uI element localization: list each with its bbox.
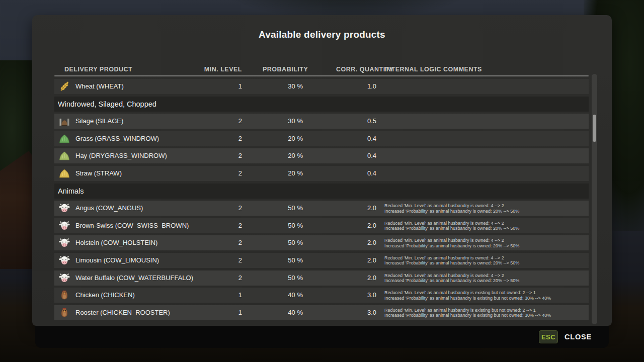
product-name: Rooster (CHICKEN_ROOSTER) xyxy=(75,305,170,320)
straw-icon xyxy=(58,167,70,179)
probability-value: 50 % xyxy=(263,218,303,233)
chicken-icon xyxy=(58,307,70,319)
esc-key-button[interactable]: ESC xyxy=(539,330,558,343)
min-level-value: 2 xyxy=(202,218,242,233)
min-level-value: 2 xyxy=(202,131,242,146)
table-row: Water Buffalo (COW_WATERBUFFALO)250 %2.0… xyxy=(54,270,589,286)
table-row: Straw (STRAW)220 %0.4 xyxy=(54,166,589,181)
column-header-min-level: MIN. LEVEL xyxy=(202,64,242,74)
min-level-value: 2 xyxy=(202,114,242,129)
section-header: Windrowed, Silaged, Chopped xyxy=(54,97,589,112)
min-level-value: 2 xyxy=(202,270,242,286)
cow-icon xyxy=(58,220,70,232)
corr-quantity-value: 2.0 xyxy=(336,235,376,250)
corr-quantity-value: 1.0 xyxy=(336,79,376,94)
table-row: Wheat (WHEAT)130 %1.0 xyxy=(54,79,589,94)
products-table: DELIVERY PRODUCT MIN. LEVEL PROBABILITY … xyxy=(54,64,589,322)
dialog-footer: ESC CLOSE xyxy=(35,326,609,348)
delivery-products-dialog: Available delivery products DELIVERY PRO… xyxy=(32,15,612,348)
table-row: Angus (COW_ANGUS)250 %2.0Reduced 'Min. L… xyxy=(54,201,589,216)
corr-quantity-value: 2.0 xyxy=(336,201,376,216)
corr-quantity-value: 0.5 xyxy=(336,114,376,129)
min-level-value: 2 xyxy=(202,253,242,268)
probability-value: 20 % xyxy=(263,166,303,181)
corr-quantity-value: 3.0 xyxy=(336,305,376,320)
logic-comments: Reduced 'Min. Level' as animal husbandry… xyxy=(384,273,519,283)
product-name: Holstein (COW_HOLSTEIN) xyxy=(75,235,157,250)
table-row: Holstein (COW_HOLSTEIN)250 %2.0Reduced '… xyxy=(54,235,589,250)
logic-comment-line: Reduced 'Min. Level' as animal husbandry… xyxy=(384,203,519,209)
corr-quantity-value: 2.0 xyxy=(336,253,376,268)
hay-icon xyxy=(58,150,70,162)
logic-comment-line: Increased 'Probability' as animal husban… xyxy=(384,260,519,266)
section-label: Windrowed, Silaged, Chopped xyxy=(58,97,156,112)
logic-comments: Reduced 'Min. Level' as animal husbandry… xyxy=(384,255,519,265)
table-row: Silage (SILAGE)230 %0.5 xyxy=(54,114,589,129)
corr-quantity-value: 0.4 xyxy=(336,166,376,181)
grass-icon xyxy=(58,133,70,145)
logic-comment-line: Increased 'Probability' as animal husban… xyxy=(384,243,519,248)
probability-value: 40 % xyxy=(263,288,303,303)
probability-value: 30 % xyxy=(263,114,303,129)
cow-icon xyxy=(58,272,70,284)
logic-comment-line: Reduced 'Min. Level' as animal husbandry… xyxy=(384,255,519,260)
logic-comments: Reduced 'Min. Level' as animal husbandry… xyxy=(384,220,519,231)
section-label: Animals xyxy=(58,184,84,199)
probability-value: 50 % xyxy=(263,235,303,250)
table-header-row: DELIVERY PRODUCT MIN. LEVEL PROBABILITY … xyxy=(54,64,589,75)
min-level-value: 2 xyxy=(202,201,242,216)
cow-icon xyxy=(58,237,70,249)
corr-quantity-value: 0.4 xyxy=(336,148,376,163)
min-level-value: 2 xyxy=(202,148,242,163)
probability-value: 50 % xyxy=(263,201,303,216)
probability-value: 50 % xyxy=(263,253,303,268)
product-name: Brown-Swiss (COW_SWISS_BROWN) xyxy=(75,218,189,233)
column-header-corr-quantity: CORR. QUANTITY xyxy=(336,64,376,74)
dialog-panel: Available delivery products DELIVERY PRO… xyxy=(32,15,612,326)
scrollbar-thumb[interactable] xyxy=(593,115,596,142)
logic-comment-line: Increased 'Probability' as animal husban… xyxy=(384,226,519,231)
corr-quantity-value: 3.0 xyxy=(336,288,376,303)
column-header-probability: PROBABILITY xyxy=(263,64,303,74)
corr-quantity-value: 2.0 xyxy=(336,218,376,233)
product-name: Grass (GRASS_WINDROW) xyxy=(75,131,159,146)
table-row: Chicken (CHICKEN)140 %3.0Reduced 'Min. L… xyxy=(54,288,589,303)
logic-comment-line: Reduced 'Min. Level' as animal husbandry… xyxy=(384,238,519,243)
min-level-value: 2 xyxy=(202,166,242,181)
corr-quantity-value: 0.4 xyxy=(336,131,376,146)
logic-comment-line: Increased 'Probability' as animal husban… xyxy=(384,295,551,301)
product-name: Silage (SILAGE) xyxy=(75,114,123,129)
logic-comments: Reduced 'Min. Level' as animal husbandry… xyxy=(384,238,519,248)
logic-comment-line: Increased 'Probability' as animal husban… xyxy=(384,313,551,318)
min-level-value: 1 xyxy=(202,305,242,320)
chicken-icon xyxy=(58,289,70,301)
header-divider xyxy=(54,75,589,76)
product-name: Wheat (WHEAT) xyxy=(75,79,124,94)
probability-value: 20 % xyxy=(263,148,303,163)
table-row: Brown-Swiss (COW_SWISS_BROWN)250 %2.0Red… xyxy=(54,218,589,233)
logic-comment-line: Reduced 'Min. Level' as animal husbandry… xyxy=(384,290,551,296)
scrollbar-track[interactable] xyxy=(592,74,597,324)
logic-comment-line: Reduced 'Min. Level' as animal husbandry… xyxy=(384,307,551,313)
logic-comments: Reduced 'Min. Level' as animal husbandry… xyxy=(384,307,551,318)
min-level-value: 1 xyxy=(202,288,242,303)
product-name: Hay (DRYGRASS_WINDROW) xyxy=(75,148,167,163)
probability-value: 30 % xyxy=(263,79,303,94)
min-level-value: 2 xyxy=(202,235,242,250)
wheat-icon xyxy=(58,80,70,93)
product-name: Water Buffalo (COW_WATERBUFFALO) xyxy=(75,270,193,286)
probability-value: 40 % xyxy=(263,305,303,320)
logic-comment-line: Increased 'Probability' as animal husban… xyxy=(384,208,519,214)
probability-value: 20 % xyxy=(263,131,303,146)
table-row: Grass (GRASS_WINDROW)220 %0.4 xyxy=(54,131,589,146)
table-row: Rooster (CHICKEN_ROOSTER)140 %3.0Reduced… xyxy=(54,305,589,320)
section-header: Animals xyxy=(54,184,589,199)
logic-comment-line: Reduced 'Min. Level' as animal husbandry… xyxy=(384,273,519,278)
table-body: Wheat (WHEAT)130 %1.0Windrowed, Silaged,… xyxy=(54,79,589,320)
table-row: Hay (DRYGRASS_WINDROW)220 %0.4 xyxy=(54,148,589,163)
min-level-value: 1 xyxy=(202,79,242,94)
close-button[interactable]: CLOSE xyxy=(565,333,592,341)
silage-icon xyxy=(58,115,70,127)
probability-value: 50 % xyxy=(263,270,303,286)
product-name: Chicken (CHICKEN) xyxy=(75,288,135,303)
